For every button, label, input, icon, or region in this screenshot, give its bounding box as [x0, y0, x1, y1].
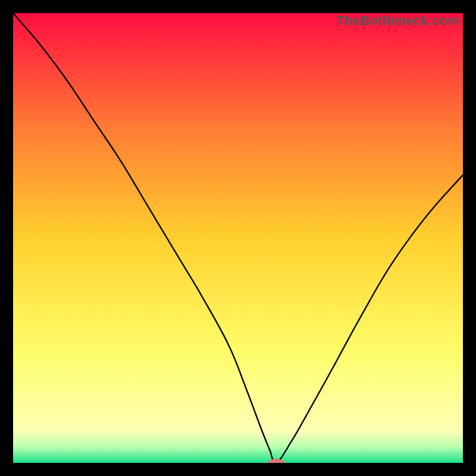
chart-curve-layer — [13, 13, 463, 463]
watermark-text: TheBottleneck.com — [337, 13, 459, 29]
optimal-point-marker — [268, 459, 284, 463]
bottleneck-curve — [13, 13, 463, 463]
chart-frame: TheBottleneck.com — [0, 0, 476, 476]
chart-plot-area: TheBottleneck.com — [13, 13, 463, 463]
